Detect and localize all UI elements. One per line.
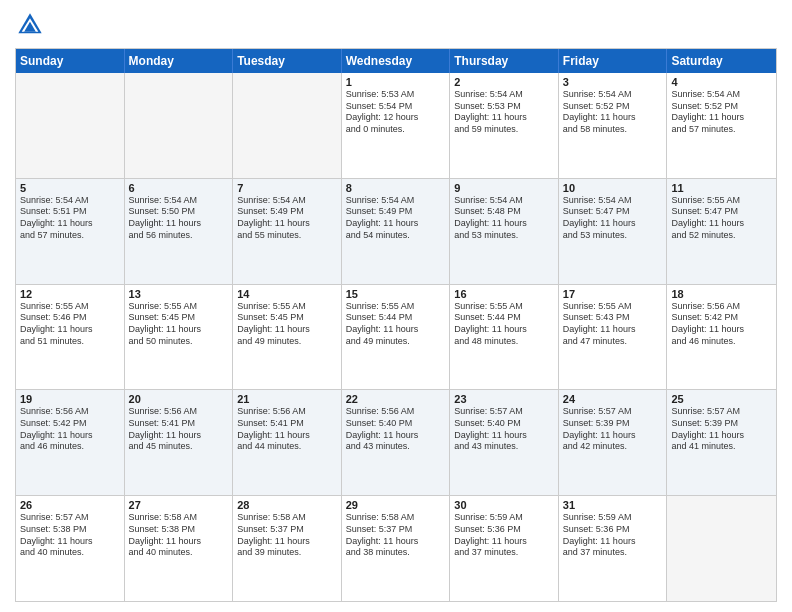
- cell-line-3: and 48 minutes.: [454, 336, 554, 348]
- day-cell-24: 24Sunrise: 5:57 AMSunset: 5:39 PMDayligh…: [559, 390, 668, 495]
- cell-line-1: Sunset: 5:39 PM: [563, 418, 663, 430]
- day-cell-19: 19Sunrise: 5:56 AMSunset: 5:42 PMDayligh…: [16, 390, 125, 495]
- cell-line-2: Daylight: 11 hours: [563, 218, 663, 230]
- day-number: 15: [346, 288, 446, 300]
- cell-line-1: Sunset: 5:37 PM: [237, 524, 337, 536]
- cell-line-0: Sunrise: 5:59 AM: [563, 512, 663, 524]
- cell-line-2: Daylight: 11 hours: [563, 324, 663, 336]
- logo: [15, 10, 49, 40]
- day-number: 19: [20, 393, 120, 405]
- cell-line-3: and 43 minutes.: [346, 441, 446, 453]
- cell-line-0: Sunrise: 5:56 AM: [346, 406, 446, 418]
- day-cell-6: 6Sunrise: 5:54 AMSunset: 5:50 PMDaylight…: [125, 179, 234, 284]
- day-cell-25: 25Sunrise: 5:57 AMSunset: 5:39 PMDayligh…: [667, 390, 776, 495]
- cell-line-1: Sunset: 5:50 PM: [129, 206, 229, 218]
- cell-line-0: Sunrise: 5:58 AM: [346, 512, 446, 524]
- day-number: 21: [237, 393, 337, 405]
- cell-line-0: Sunrise: 5:56 AM: [129, 406, 229, 418]
- cell-line-1: Sunset: 5:51 PM: [20, 206, 120, 218]
- cell-line-0: Sunrise: 5:55 AM: [20, 301, 120, 313]
- day-cell-5: 5Sunrise: 5:54 AMSunset: 5:51 PMDaylight…: [16, 179, 125, 284]
- cell-line-2: Daylight: 11 hours: [454, 218, 554, 230]
- cell-line-3: and 52 minutes.: [671, 230, 772, 242]
- cell-line-3: and 57 minutes.: [20, 230, 120, 242]
- empty-cell: [16, 73, 125, 178]
- cell-line-3: and 49 minutes.: [346, 336, 446, 348]
- day-header-tuesday: Tuesday: [233, 49, 342, 73]
- cell-line-1: Sunset: 5:45 PM: [237, 312, 337, 324]
- day-cell-1: 1Sunrise: 5:53 AMSunset: 5:54 PMDaylight…: [342, 73, 451, 178]
- cell-line-1: Sunset: 5:40 PM: [346, 418, 446, 430]
- cell-line-1: Sunset: 5:49 PM: [237, 206, 337, 218]
- day-number: 25: [671, 393, 772, 405]
- day-number: 12: [20, 288, 120, 300]
- day-cell-28: 28Sunrise: 5:58 AMSunset: 5:37 PMDayligh…: [233, 496, 342, 601]
- cell-line-1: Sunset: 5:45 PM: [129, 312, 229, 324]
- cell-line-3: and 53 minutes.: [454, 230, 554, 242]
- cell-line-0: Sunrise: 5:57 AM: [20, 512, 120, 524]
- cell-line-1: Sunset: 5:43 PM: [563, 312, 663, 324]
- cell-line-3: and 55 minutes.: [237, 230, 337, 242]
- cell-line-2: Daylight: 11 hours: [20, 218, 120, 230]
- cell-line-2: Daylight: 11 hours: [129, 218, 229, 230]
- cell-line-2: Daylight: 11 hours: [237, 324, 337, 336]
- cell-line-0: Sunrise: 5:53 AM: [346, 89, 446, 101]
- cell-line-3: and 54 minutes.: [346, 230, 446, 242]
- cell-line-3: and 45 minutes.: [129, 441, 229, 453]
- cell-line-2: Daylight: 11 hours: [671, 218, 772, 230]
- header: [15, 10, 777, 40]
- cell-line-1: Sunset: 5:41 PM: [129, 418, 229, 430]
- day-number: 23: [454, 393, 554, 405]
- cell-line-3: and 37 minutes.: [454, 547, 554, 559]
- cell-line-0: Sunrise: 5:54 AM: [20, 195, 120, 207]
- day-number: 29: [346, 499, 446, 511]
- cell-line-0: Sunrise: 5:54 AM: [129, 195, 229, 207]
- day-number: 2: [454, 76, 554, 88]
- cell-line-3: and 42 minutes.: [563, 441, 663, 453]
- day-number: 14: [237, 288, 337, 300]
- cell-line-0: Sunrise: 5:54 AM: [671, 89, 772, 101]
- cell-line-0: Sunrise: 5:57 AM: [454, 406, 554, 418]
- day-number: 1: [346, 76, 446, 88]
- cell-line-0: Sunrise: 5:57 AM: [671, 406, 772, 418]
- day-number: 5: [20, 182, 120, 194]
- day-cell-31: 31Sunrise: 5:59 AMSunset: 5:36 PMDayligh…: [559, 496, 668, 601]
- cell-line-3: and 43 minutes.: [454, 441, 554, 453]
- day-cell-4: 4Sunrise: 5:54 AMSunset: 5:52 PMDaylight…: [667, 73, 776, 178]
- cell-line-1: Sunset: 5:46 PM: [20, 312, 120, 324]
- cell-line-1: Sunset: 5:40 PM: [454, 418, 554, 430]
- cell-line-0: Sunrise: 5:57 AM: [563, 406, 663, 418]
- cell-line-3: and 56 minutes.: [129, 230, 229, 242]
- cell-line-1: Sunset: 5:44 PM: [454, 312, 554, 324]
- day-number: 7: [237, 182, 337, 194]
- calendar-row-4: 26Sunrise: 5:57 AMSunset: 5:38 PMDayligh…: [16, 495, 776, 601]
- cell-line-3: and 58 minutes.: [563, 124, 663, 136]
- day-cell-3: 3Sunrise: 5:54 AMSunset: 5:52 PMDaylight…: [559, 73, 668, 178]
- cell-line-2: Daylight: 11 hours: [563, 430, 663, 442]
- day-cell-9: 9Sunrise: 5:54 AMSunset: 5:48 PMDaylight…: [450, 179, 559, 284]
- cell-line-0: Sunrise: 5:58 AM: [237, 512, 337, 524]
- cell-line-1: Sunset: 5:39 PM: [671, 418, 772, 430]
- day-cell-18: 18Sunrise: 5:56 AMSunset: 5:42 PMDayligh…: [667, 285, 776, 390]
- cell-line-3: and 50 minutes.: [129, 336, 229, 348]
- cell-line-2: Daylight: 11 hours: [20, 430, 120, 442]
- cell-line-3: and 40 minutes.: [129, 547, 229, 559]
- cell-line-0: Sunrise: 5:55 AM: [129, 301, 229, 313]
- day-cell-12: 12Sunrise: 5:55 AMSunset: 5:46 PMDayligh…: [16, 285, 125, 390]
- day-cell-23: 23Sunrise: 5:57 AMSunset: 5:40 PMDayligh…: [450, 390, 559, 495]
- day-number: 10: [563, 182, 663, 194]
- day-cell-14: 14Sunrise: 5:55 AMSunset: 5:45 PMDayligh…: [233, 285, 342, 390]
- cell-line-1: Sunset: 5:47 PM: [563, 206, 663, 218]
- day-cell-13: 13Sunrise: 5:55 AMSunset: 5:45 PMDayligh…: [125, 285, 234, 390]
- day-cell-20: 20Sunrise: 5:56 AMSunset: 5:41 PMDayligh…: [125, 390, 234, 495]
- cell-line-0: Sunrise: 5:54 AM: [454, 89, 554, 101]
- cell-line-2: Daylight: 11 hours: [129, 430, 229, 442]
- cell-line-0: Sunrise: 5:55 AM: [346, 301, 446, 313]
- cell-line-2: Daylight: 11 hours: [454, 324, 554, 336]
- day-cell-15: 15Sunrise: 5:55 AMSunset: 5:44 PMDayligh…: [342, 285, 451, 390]
- cell-line-2: Daylight: 11 hours: [129, 536, 229, 548]
- cell-line-0: Sunrise: 5:54 AM: [563, 195, 663, 207]
- cell-line-2: Daylight: 11 hours: [346, 536, 446, 548]
- cell-line-1: Sunset: 5:38 PM: [129, 524, 229, 536]
- cell-line-1: Sunset: 5:42 PM: [671, 312, 772, 324]
